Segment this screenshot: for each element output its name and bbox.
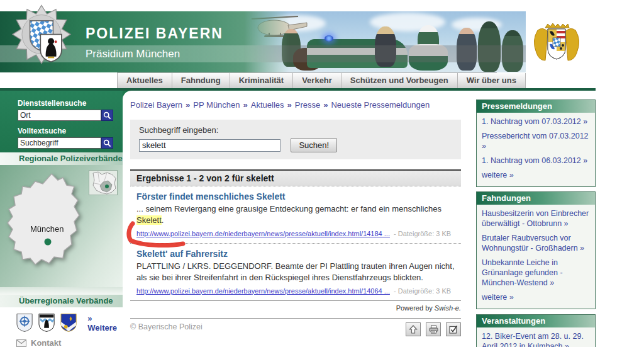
breadcrumb-link-pp-muenchen[interactable]: PP München [193,100,240,110]
recommend-page-button[interactable] [446,322,461,336]
breadcrumb: Polizei Bayern»PP München»Aktuelles»Pres… [130,100,461,110]
lka-crest-icon[interactable] [38,313,55,333]
breadcrumb-separator: » [287,100,292,110]
breadcrumb-link-presse[interactable]: Presse [295,100,320,110]
veranstaltungen-header: Veranstaltungen [477,315,595,327]
fulltext-search-label: Volltextsuche [18,127,123,135]
breadcrumb-link-neueste-pressemeldungen[interactable]: Neueste Pressemeldungen [331,100,430,110]
result-1-snippet: ... seinem Reviergang eine grausige Entd… [136,203,455,226]
page: POLIZEI BAYERN Präsidium München [0,0,644,347]
nav-tab-kriminalitaet[interactable]: Kriminalität [230,73,293,88]
pressemeldung-link[interactable]: Pressebericht vom 07.03.2012 » [482,131,590,151]
powered-by: Powered by Swish-e. [130,304,461,312]
main-nav: Aktuelles Fahndung Kriminalität Verkehr … [117,72,497,88]
result-1-url-link[interactable]: http://www.polizei.bayern.de/niederbayer… [136,230,390,237]
pressemeldungen-box: Pressemeldungen 1. Nachtrag vom 07.03.20… [476,100,596,187]
result-2-title-link[interactable]: Skelett' auf Fahrersitz [136,249,228,259]
bereitschaftspolizei-crest-icon[interactable] [16,313,33,333]
bavaria-inset-map [89,170,118,195]
header-banner: POLIZEI BAYERN Präsidium München [0,11,526,72]
weitere-verbaende-link[interactable]: » Weitere [87,314,123,333]
nav-tab-schuetzen[interactable]: Schützen und Vorbeugen [341,73,457,88]
map-fade [0,287,123,295]
right-sidebar: Pressemeldungen 1. Nachtrag vom 07.03.20… [476,100,596,347]
ueberregionale-verbaende-header: Überregionale Verbände [0,295,123,307]
result-item-1: Förster findet menschliches Skelett ... … [130,186,461,243]
fahndung-link[interactable]: Hausbesitzerin von Einbrecher überwältig… [482,208,590,229]
veranstaltung-link[interactable]: 12. Biker-Event am 28. u. 29. April 2012… [482,331,590,347]
breadcrumb-separator: » [186,100,190,110]
blue-light-shape [325,35,333,42]
header-photo-montage [244,11,526,72]
arrow-up-icon [409,325,418,334]
kontakt-row[interactable]: Kontakt [0,338,123,347]
pressemeldung-link[interactable]: 1. Nachtrag vom 06.03.2012 » [482,156,590,166]
pressemeldungen-header: Pressemeldungen [477,100,595,113]
regional-verbaende-header: Regionale Polizeiverbände [0,152,123,165]
search-icon [103,139,111,147]
breadcrumb-separator: » [323,100,328,110]
result-1-snippet-text: ... seinem Reviergang eine grausige Entd… [136,204,441,213]
fahndungen-header: Fahndungen [477,192,595,205]
result-1-title-link[interactable]: Förster findet menschliches Skelett [136,191,286,202]
search-results: Ergebnisse 1 - 2 von 2 für skelett Först… [130,169,461,301]
fahndungen-weitere-link[interactable]: weitere » [482,292,590,302]
powered-by-text: Powered by [396,304,435,312]
verbaende-badges-row: » Weitere [0,307,123,333]
search-submit-button[interactable]: Suchen! [291,138,337,152]
search-icon [103,111,111,120]
result-2-filesize: - Dateigröße: 3 KB [394,287,451,295]
back-to-top-button[interactable] [406,322,421,336]
breadcrumb-link-polizei-bayern[interactable]: Polizei Bayern [130,100,182,110]
site-title: POLIZEI BAYERN [86,25,223,42]
pressemeldung-link[interactable]: 1. Nachtrag vom 07.03.2012 » [482,117,590,127]
search-label: Suchbegriff eingeben: [139,125,452,135]
checkbox-check-icon [449,325,458,334]
powered-by-engine: Swish-e. [435,304,461,312]
veranstaltungen-box: Veranstaltungen 12. Biker-Event am 28. u… [476,314,596,347]
result-2-snippet: PLATTLING / LKRS. DEGGENDORF. Beamte der… [136,261,455,283]
nav-filler [525,73,526,88]
result-item-2: Skelett' auf Fahrersitz PLATTLING / LKRS… [130,243,461,300]
fahndung-link[interactable]: Brutaler Raubversuch vor Wohnungstür - G… [482,233,590,253]
pressemeldungen-weitere-link[interactable]: weitere » [482,170,590,180]
printer-icon [429,325,438,334]
map-city-label: München [30,224,64,234]
result-1-filesize: - Dateigröße: 3 KB [394,230,451,237]
munich-map-dot [45,239,52,246]
bavaria-map-panel[interactable]: München [0,165,123,287]
results-summary: Ergebnisse 1 - 2 von 2 für skelett [130,169,461,186]
result-1-highlight: Skelett [136,215,162,225]
munich-kindl-shield [40,35,62,62]
fahndung-link[interactable]: Unbekannte Leiche in Grünanlage gefunden… [482,258,590,288]
site-subtitle: Präsidium München [86,48,180,60]
polizeiverwaltungsamt-crest-icon[interactable] [60,313,77,333]
munich-district-map[interactable]: München [3,170,102,285]
station-search-button[interactable] [101,110,113,121]
police-star-badge-icon [9,3,74,77]
search-input[interactable] [139,139,280,152]
station-search-input[interactable] [18,110,101,121]
kontakt-label: Kontakt [31,338,61,347]
nav-tab-fahndung[interactable]: Fahndung [172,73,230,88]
montage-gray-band [244,45,526,62]
breadcrumb-link-aktuelles[interactable]: Aktuelles [251,100,284,110]
envelope-icon [16,339,26,347]
breadcrumb-separator: » [243,100,248,110]
bavaria-coat-of-arms-icon [530,23,583,64]
print-button[interactable] [426,322,441,336]
nav-tab-verkehr[interactable]: Verkehr [292,73,341,88]
content-footer: © Bayerische Polizei [130,318,461,336]
search-panel: Suchbegriff eingeben: Suchen! [130,120,461,159]
nav-tab-aktuelles[interactable]: Aktuelles [118,73,172,88]
result-1-snippet-tail: . [162,215,164,225]
left-sidebar: Dienststellensuche Volltextsuche [0,91,123,347]
main-content: Polizei Bayern»PP München»Aktuelles»Pres… [123,91,470,347]
fulltext-search-button[interactable] [101,137,113,149]
nav-tab-wir-ueber-uns[interactable]: Wir über uns [457,73,525,88]
station-search-label: Dienststellensuche [18,99,123,108]
fulltext-search-input[interactable] [18,137,101,149]
sidebar-search-panel: Dienststellensuche Volltextsuche [0,91,123,152]
result-2-url-link[interactable]: http://www.polizei.bayern.de/niederbayer… [136,287,390,295]
copyright: © Bayerische Polizei [130,322,203,331]
